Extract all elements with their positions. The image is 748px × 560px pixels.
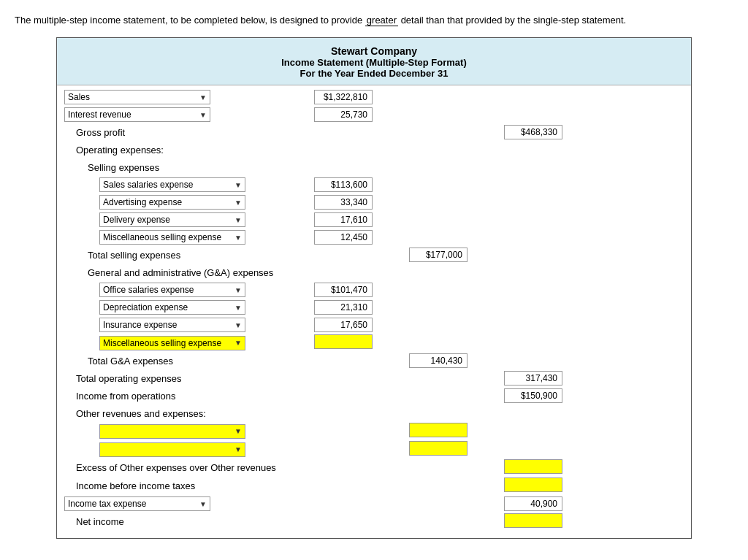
total-operating-row: Total operating expenses 317,430: [64, 369, 684, 387]
chevron-down-icon: ▼: [234, 321, 242, 329]
chevron-down-icon: ▼: [234, 445, 242, 453]
other-rev-header: Other revenues and expenses:: [64, 404, 684, 422]
income-statement: Stewart Company Income Statement (Multip…: [56, 37, 692, 539]
sales-row: Sales ▼ $1,322,810: [64, 88, 684, 106]
income-ops-value: $150,900: [504, 388, 562, 403]
total-gna-value: 140,430: [409, 353, 468, 368]
insurance-value: 17,650: [314, 318, 373, 332]
interest-revenue-row: Interest revenue ▼ 25,730: [64, 106, 684, 123]
other-item1-row: ▼: [64, 422, 684, 440]
interest-revenue-value: 25,730: [314, 107, 373, 122]
income-before-value[interactable]: [504, 477, 562, 492]
highlighted-word: greater: [365, 15, 398, 26]
depreciation-dropdown[interactable]: Depreciation expense ▼: [99, 300, 245, 315]
sales-salaries-row: Sales salaries expense ▼ $113,600: [64, 176, 684, 193]
insurance-dropdown[interactable]: Insurance expense ▼: [99, 318, 245, 332]
income-before-row: Income before income taxes: [64, 477, 684, 495]
advertising-dropdown[interactable]: Advertising expense ▼: [99, 195, 245, 210]
statement-date: For the Year Ended December 31: [57, 68, 691, 79]
chevron-down-icon: ▼: [234, 216, 242, 224]
depreciation-value: 21,310: [314, 300, 373, 315]
total-operating-value: 317,430: [504, 371, 562, 386]
advertising-value: 33,340: [314, 195, 373, 210]
total-selling-row: Total selling expenses $177,000: [64, 246, 684, 264]
total-gna-row: Total G&A expenses 140,430: [64, 352, 684, 369]
chevron-down-icon: ▼: [199, 111, 207, 119]
other-item2-dropdown[interactable]: ▼: [99, 442, 245, 457]
office-salaries-value: $101,470: [314, 283, 373, 297]
income-tax-value: 40,900: [504, 496, 562, 511]
company-name: Stewart Company: [57, 45, 691, 57]
income-ops-row: Income from operations $150,900: [64, 387, 684, 404]
chevron-down-icon: ▼: [199, 500, 207, 508]
income-tax-dropdown[interactable]: Income tax expense ▼: [64, 496, 210, 511]
chevron-down-icon: ▼: [234, 181, 242, 189]
income-tax-row: Income tax expense ▼ 40,900: [64, 495, 684, 513]
intro-text: The multiple-step income statement, to b…: [15, 15, 733, 26]
net-income-row: Net income: [64, 513, 684, 531]
misc-selling-row: Miscellaneous selling expense ▼ 12,450: [64, 229, 684, 246]
statement-body: Sales ▼ $1,322,810 Interest revenue ▼ 25…: [57, 85, 691, 538]
sales-salaries-value: $113,600: [314, 177, 373, 192]
advertising-row: Advertising expense ▼ 33,340: [64, 193, 684, 211]
delivery-value: 17,610: [314, 212, 373, 227]
misc-selling2-value[interactable]: [314, 334, 373, 349]
delivery-dropdown[interactable]: Delivery expense ▼: [99, 212, 245, 227]
other-item1-value[interactable]: [409, 423, 468, 437]
chevron-down-icon: ▼: [234, 304, 242, 312]
gross-profit-row: Gross profit $468,330: [64, 123, 684, 141]
misc-selling2-row: Miscellaneous selling expense ▼: [64, 334, 684, 352]
misc-selling2-dropdown[interactable]: Miscellaneous selling expense ▼: [99, 336, 245, 350]
sales-value: $1,322,810: [314, 90, 373, 104]
misc-selling-dropdown[interactable]: Miscellaneous selling expense ▼: [99, 230, 245, 245]
chevron-down-icon: ▼: [234, 286, 242, 294]
office-salaries-dropdown[interactable]: Office salaries expense ▼: [99, 283, 245, 297]
selling-expenses-header: Selling expenses: [64, 158, 684, 176]
operating-expenses-header: Operating expenses:: [64, 141, 684, 158]
chevron-down-icon: ▼: [234, 199, 242, 207]
total-selling-value: $177,000: [409, 248, 468, 262]
insurance-row: Insurance expense ▼ 17,650: [64, 316, 684, 334]
excess-row: Excess of Other expenses over Other reve…: [64, 459, 684, 477]
statement-title: Income Statement (Multiple-Step Format): [57, 57, 691, 68]
net-income-value[interactable]: [504, 513, 562, 528]
misc-selling-value: 12,450: [314, 230, 373, 245]
sales-dropdown[interactable]: Sales ▼: [64, 90, 210, 104]
excess-value[interactable]: [504, 459, 562, 474]
chevron-down-icon: ▼: [199, 93, 207, 101]
chevron-down-icon: ▼: [234, 234, 242, 242]
interest-revenue-dropdown[interactable]: Interest revenue ▼: [64, 107, 210, 122]
depreciation-row: Depreciation expense ▼ 21,310: [64, 299, 684, 316]
sales-salaries-dropdown[interactable]: Sales salaries expense ▼: [99, 177, 245, 192]
other-item1-dropdown[interactable]: ▼: [99, 424, 245, 439]
gross-profit-value: $468,330: [504, 125, 562, 139]
other-item2-row: ▼: [64, 440, 684, 459]
office-salaries-row: Office salaries expense ▼ $101,470: [64, 281, 684, 299]
statement-header: Stewart Company Income Statement (Multip…: [57, 38, 691, 85]
delivery-row: Delivery expense ▼ 17,610: [64, 211, 684, 229]
chevron-down-icon: ▼: [234, 427, 242, 435]
chevron-down-icon: ▼: [234, 339, 242, 347]
gna-header: General and administrative (G&A) expense…: [64, 264, 684, 281]
other-item2-value[interactable]: [409, 441, 468, 456]
